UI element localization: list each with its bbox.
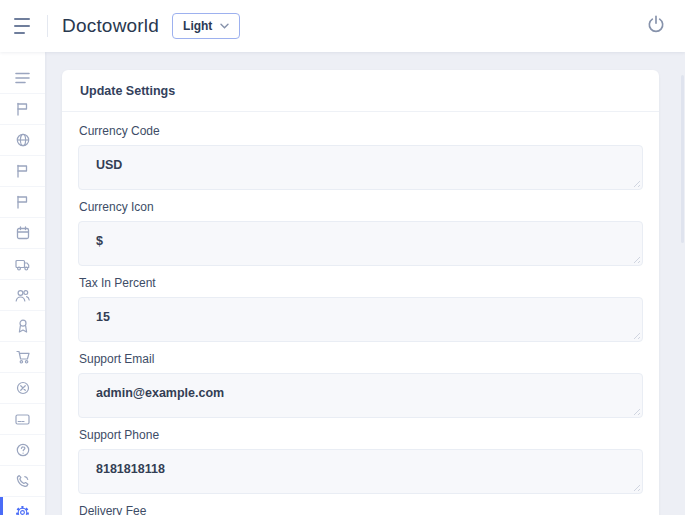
form-group-support-phone: Support Phone 8181818118	[78, 428, 643, 494]
form-group-support-email: Support Email admin@example.com	[78, 352, 643, 418]
form-group-tax-in-percent: Tax In Percent 15	[78, 276, 643, 342]
app-window: Doctoworld Light	[0, 0, 685, 515]
person-badge-icon	[17, 319, 29, 333]
help-circle-icon	[16, 443, 30, 457]
sidebar-item-specialities[interactable]	[0, 125, 45, 156]
sidebar-item-payments[interactable]	[0, 404, 45, 435]
sidebar-item-patients[interactable]	[0, 311, 45, 342]
main-content: Update Settings Currency Code USD Curren…	[45, 52, 685, 515]
medicine-icon	[16, 381, 30, 395]
support-email-input[interactable]: admin@example.com	[78, 373, 643, 418]
sidebar-item-help[interactable]	[0, 435, 45, 466]
form-group-currency-code: Currency Code USD	[78, 124, 643, 190]
sidebar-item-services[interactable]	[0, 187, 45, 218]
sidebar-item-contact[interactable]	[0, 466, 45, 497]
phone-call-icon	[16, 474, 30, 488]
currency-icon-label: Currency Icon	[79, 200, 642, 214]
support-phone-label: Support Phone	[79, 428, 642, 442]
sidebar-item-orders[interactable]	[0, 342, 45, 373]
power-icon	[645, 14, 667, 39]
hamburger-menu-icon[interactable]	[14, 16, 34, 36]
sidebar-item-dashboard[interactable]	[0, 63, 45, 94]
menu-lines-icon	[15, 72, 30, 84]
truck-icon	[15, 258, 30, 271]
page-scrollbar[interactable]	[681, 75, 684, 243]
header-divider	[47, 15, 48, 37]
tax-in-percent-input[interactable]: 15	[78, 297, 643, 342]
tax-in-percent-label: Tax In Percent	[79, 276, 642, 290]
sidebar-item-banners[interactable]	[0, 94, 45, 125]
settings-form: Currency Code USD Currency Icon $	[62, 112, 659, 515]
support-email-label: Support Email	[79, 352, 642, 366]
support-phone-input[interactable]: 8181818118	[78, 449, 643, 494]
payment-card-icon	[15, 414, 30, 425]
sidebar-item-ambulance[interactable]	[0, 249, 45, 280]
sidebar-item-bookings[interactable]	[0, 218, 45, 249]
top-navbar: Doctoworld Light	[0, 0, 685, 52]
sidebar-item-doctors[interactable]	[0, 280, 45, 311]
globe-icon	[16, 133, 30, 147]
logout-power-button[interactable]	[645, 14, 667, 39]
delivery-fee-label: Delivery Fee	[79, 504, 642, 515]
app-title: Doctoworld	[62, 15, 159, 37]
chevron-down-icon	[220, 23, 229, 29]
currency-code-label: Currency Code	[79, 124, 642, 138]
sidebar-item-categories[interactable]	[0, 156, 45, 187]
settings-gear-icon	[15, 505, 30, 515]
flag-icon	[16, 164, 29, 178]
form-group-delivery-fee: Delivery Fee	[78, 504, 643, 515]
flag-icon	[16, 102, 29, 116]
sidebar-item-medicines[interactable]	[0, 373, 45, 404]
flag-icon	[16, 195, 29, 209]
cart-icon	[16, 350, 30, 364]
theme-selector-value: Light	[183, 19, 212, 33]
currency-code-input[interactable]: USD	[78, 145, 643, 190]
currency-icon-input[interactable]: $	[78, 221, 643, 266]
users-icon	[15, 289, 30, 302]
sidebar-nav	[0, 52, 45, 515]
sidebar-item-settings[interactable]	[0, 497, 45, 515]
card-title: Update Settings	[62, 70, 659, 112]
theme-selector-button[interactable]: Light	[172, 13, 240, 39]
calendar-icon	[16, 226, 30, 240]
form-group-currency-icon: Currency Icon $	[78, 200, 643, 266]
update-settings-card: Update Settings Currency Code USD Curren…	[62, 70, 659, 515]
